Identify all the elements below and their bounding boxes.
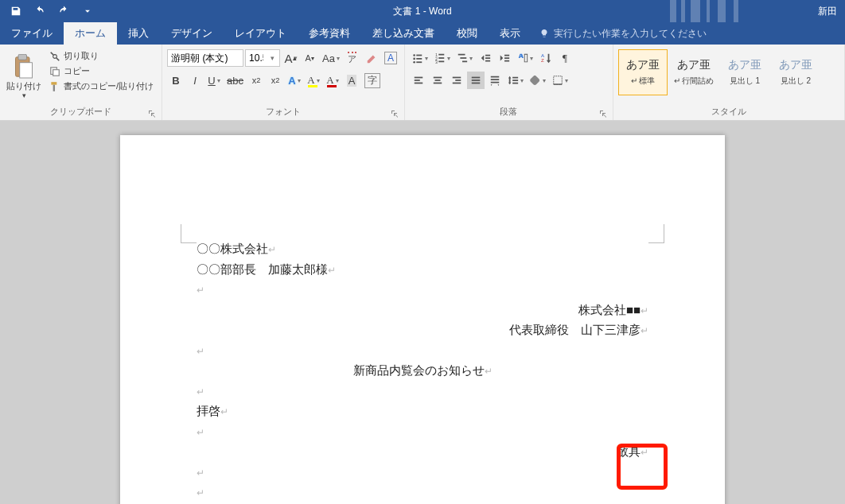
svg-rect-5	[734, 0, 738, 22]
align-right-button[interactable]	[448, 72, 465, 89]
page[interactable]: 〇〇株式会社↵ 〇〇部部長 加藤太郎様↵ ↵ 株式会社■■↵ 代表取締役 山下三…	[120, 135, 725, 504]
character-shading-button[interactable]: A	[343, 72, 360, 89]
decrease-font-button[interactable]: A▾	[301, 49, 318, 67]
doc-line-2[interactable]: 〇〇部部長 加藤太郎様↵	[197, 259, 648, 280]
font-size-combo[interactable]: ▾	[245, 49, 280, 67]
align-justify-button[interactable]	[467, 72, 485, 89]
strikethrough-button[interactable]: abc	[224, 72, 246, 89]
svg-rect-8	[20, 62, 33, 77]
subscript-button[interactable]: x2	[247, 72, 265, 89]
doc-line-7[interactable]: 敬具↵	[197, 441, 648, 462]
margin-marker-tr	[648, 224, 664, 243]
decrease-indent-button[interactable]	[477, 49, 494, 67]
underline-button[interactable]: U▾	[205, 72, 223, 89]
svg-rect-7	[18, 54, 27, 60]
doc-line-empty[interactable]: ↵	[197, 381, 648, 401]
doc-line-empty[interactable]: ↵	[197, 421, 648, 442]
change-case-button[interactable]: Aa▾	[320, 49, 342, 67]
svg-rect-38	[472, 79, 481, 81]
character-border-button[interactable]: 字	[362, 72, 383, 89]
group-paragraph: ▾ 123▾ ▾ ▾ AZ ¶ ▾ ▾ ▾ 段落	[405, 45, 613, 120]
cut-label: 切り取り	[64, 50, 99, 62]
distributed-button[interactable]	[486, 72, 504, 89]
increase-font-button[interactable]: A▴	[282, 49, 299, 67]
doc-line-4[interactable]: 代表取締役 山下三津彦↵	[197, 320, 648, 340]
tab-insert[interactable]: 挿入	[117, 22, 160, 45]
svg-rect-32	[434, 79, 440, 81]
style-heading2[interactable]: あア亜 見出し 2	[771, 49, 820, 95]
style-normal[interactable]: あア亜 ↵ 標準	[618, 49, 668, 95]
line-spacing-button[interactable]: ▾	[505, 72, 526, 89]
phonetic-guide-button[interactable]: ア	[344, 49, 361, 67]
asian-layout-button[interactable]: ▾	[515, 49, 535, 67]
cut-button[interactable]: 切り取り	[46, 49, 157, 63]
doc-line-3[interactable]: 株式会社■■↵	[197, 300, 648, 320]
svg-rect-40	[491, 76, 500, 78]
multilevel-list-button[interactable]: ▾	[454, 49, 475, 67]
user-name[interactable]: 新田	[810, 5, 845, 18]
tab-file[interactable]: ファイル	[0, 22, 64, 45]
italic-button[interactable]: I	[186, 72, 204, 89]
tab-review[interactable]: 校閲	[446, 22, 489, 45]
doc-line-5[interactable]: 新商品内覧会のお知らせ↵	[197, 360, 648, 381]
superscript-button[interactable]: x2	[267, 72, 284, 89]
quick-access-toolbar	[0, 2, 99, 21]
style-heading1[interactable]: あア亜 見出し 1	[720, 49, 769, 95]
doc-line-empty[interactable]: ↵	[197, 340, 648, 361]
paste-button[interactable]: 貼り付け ▾	[5, 48, 46, 104]
svg-rect-14	[416, 58, 422, 60]
copy-button[interactable]: コピー	[46, 64, 157, 78]
svg-rect-31	[434, 77, 442, 79]
doc-line-1[interactable]: 〇〇株式会社↵	[197, 238, 648, 259]
text-effects-button[interactable]: A▾	[286, 72, 303, 89]
font-name-combo[interactable]: ▾	[167, 49, 243, 67]
align-left-button[interactable]	[410, 72, 427, 89]
tab-references[interactable]: 参考資料	[298, 22, 361, 45]
copy-label: コピー	[64, 65, 90, 77]
borders-button[interactable]: ▾	[550, 72, 570, 89]
doc-line-empty[interactable]: ↵	[197, 279, 648, 300]
svg-rect-2	[691, 0, 700, 22]
numbering-button[interactable]: 123▾	[432, 49, 453, 67]
tab-mailings[interactable]: 差し込み文書	[361, 22, 446, 45]
svg-rect-12	[416, 55, 422, 56]
tab-view[interactable]: 表示	[489, 22, 532, 45]
undo-button[interactable]	[29, 2, 51, 21]
clipboard-dialog-launcher[interactable]	[148, 107, 159, 118]
save-button[interactable]	[5, 2, 27, 21]
bold-button[interactable]: B	[167, 72, 185, 89]
svg-rect-0	[670, 0, 676, 22]
bullets-button[interactable]: ▾	[410, 49, 430, 67]
increase-indent-button[interactable]	[496, 49, 513, 67]
document-area[interactable]: 〇〇株式会社↵ 〇〇部部長 加藤太郎様↵ ↵ 株式会社■■↵ 代表取締役 山下三…	[0, 121, 845, 504]
svg-rect-28	[415, 77, 423, 79]
style-no-spacing[interactable]: あア亜 ↵ 行間詰め	[669, 49, 718, 95]
redo-button[interactable]	[53, 2, 75, 21]
tell-me-search[interactable]: 実行したい作業を入力してください	[532, 22, 715, 45]
paragraph-dialog-launcher[interactable]	[599, 107, 610, 118]
tab-home[interactable]: ホーム	[64, 22, 117, 45]
font-size-input[interactable]	[246, 52, 267, 64]
svg-rect-3	[707, 0, 710, 22]
sort-button[interactable]: AZ	[537, 49, 555, 67]
svg-text:Z: Z	[541, 57, 544, 63]
paste-label: 貼り付け	[6, 81, 41, 91]
doc-line-6[interactable]: 拝啓↵	[197, 401, 648, 421]
svg-rect-20	[438, 57, 444, 59]
font-dialog-launcher[interactable]	[391, 107, 402, 118]
font-size-dropdown[interactable]: ▾	[267, 54, 278, 62]
doc-line-empty[interactable]: ↵	[197, 482, 648, 502]
tab-design[interactable]: デザイン	[160, 22, 224, 45]
shading-button[interactable]: ▾	[528, 72, 548, 89]
tab-layout[interactable]: レイアウト	[224, 22, 298, 45]
brush-icon	[49, 81, 60, 92]
font-color-button[interactable]: A▾	[324, 72, 341, 89]
format-painter-button[interactable]: 書式のコピー/貼り付け	[46, 79, 157, 93]
align-center-button[interactable]	[429, 72, 446, 89]
doc-line-empty[interactable]: ↵	[197, 462, 648, 483]
enclose-characters-button[interactable]: A	[382, 49, 399, 67]
highlight-button[interactable]: A▾	[305, 72, 322, 89]
show-marks-button[interactable]: ¶	[556, 49, 574, 67]
clear-formatting-button[interactable]	[363, 49, 380, 67]
qat-customize-button[interactable]	[76, 2, 99, 21]
